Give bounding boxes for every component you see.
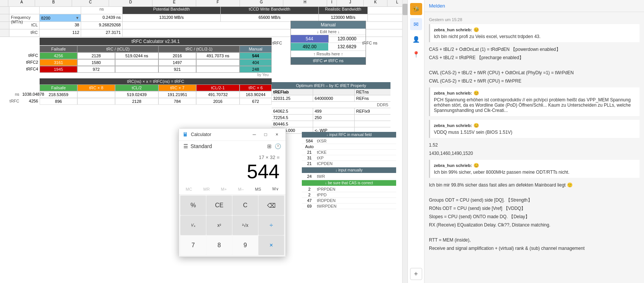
col-header-h: H xyxy=(283,0,327,6)
formula-trfc-col2: 896 xyxy=(40,98,77,105)
col-failsafe: Failsafe xyxy=(40,46,77,52)
tcpden-label: tCPDEN xyxy=(317,161,396,166)
tcpden-value: 21 xyxy=(302,161,317,166)
col-trc-tcl2-1: tRC / (tCL/2-1) xyxy=(158,46,240,52)
cell-f1: tCCD Write Bandwidth xyxy=(221,7,319,14)
chat-icon-location[interactable]: 📍 xyxy=(410,48,422,60)
sender-name-3: zebra_hun schrieb: xyxy=(434,123,472,128)
chat-line-m6: RTT = MEM (inside), xyxy=(429,237,639,243)
dropdown-icon[interactable]: ▼ xyxy=(75,16,79,20)
col-manual: Manual xyxy=(240,46,272,52)
spacer4 xyxy=(0,84,40,91)
trfc-col2: 2128 xyxy=(77,52,115,59)
calc-titlebar: 🖩 Calculator ─ □ × xyxy=(179,128,286,141)
txp-value: 31 xyxy=(302,156,317,160)
manual-val2-1[interactable]: 492.00 xyxy=(291,43,328,50)
scrollbar-thumb[interactable] xyxy=(403,4,407,15)
calc-mode-label: Standard xyxy=(191,143,212,149)
calc-close-btn[interactable]: × xyxy=(272,131,282,138)
trfc-col5-ns: 491.7073 ns xyxy=(196,52,240,59)
calc-multiply-btn[interactable]: × xyxy=(258,236,284,255)
txp-row: 31 tXP xyxy=(302,155,396,161)
calc-reciprocal-btn[interactable]: ¹⁄ₓ xyxy=(180,216,206,235)
calc-body: ☰ Standard ⊞ 🕐 17 × 32 = 544 MC MR M+ M–… xyxy=(179,141,286,257)
trefi-r1c1: 32031.25 xyxy=(272,95,313,101)
trfc2-failsafe: 3161 xyxy=(40,59,77,66)
formula-trfc-col4: 2128 xyxy=(115,98,158,105)
chat-messages[interactable]: Gestern um 15:28 zebra_hun schrieb: 😊 Ic… xyxy=(424,12,644,283)
twr-row: 24 tWR xyxy=(302,174,396,179)
calc-mminus-btn[interactable]: M– xyxy=(236,185,246,193)
chat-icon-plus[interactable]: + xyxy=(410,268,422,280)
auto-row: Auto xyxy=(302,144,396,150)
hamburger-icon[interactable]: ☰ xyxy=(183,143,188,149)
calc-percent-btn[interactable]: % xyxy=(180,196,206,215)
chat-line-v2: 1430,1460,1490,1520 xyxy=(429,150,639,157)
calc-c-btn[interactable]: C xyxy=(232,196,258,215)
formula-ns-tcl2-1: 491.70732 xyxy=(196,91,240,98)
chat-text-block-1: CAS + tBL/2 + OdtOnLat (1) = tRdPdEN 【po… xyxy=(429,46,639,84)
chat-top: Melden xyxy=(424,0,644,12)
cas-correct-btn[interactable]: ↓ be sure that CAS is correct xyxy=(302,180,396,186)
trfc-col4: 2016 xyxy=(158,52,196,59)
chat-line-m2: Groups ODT = CPU (send) side [DQ]. 【Stre… xyxy=(429,197,639,203)
calc-sqrt-btn[interactable]: ²√x xyxy=(232,216,258,235)
formula-ns-trc6: 163.90244 xyxy=(240,91,272,98)
manual-popup-results: ↑ Results here ↑ xyxy=(291,51,366,57)
spacer2 xyxy=(0,46,40,52)
row-num-4 xyxy=(0,29,9,37)
manual-val2-2: 132.6829 xyxy=(328,43,366,50)
chat-message-3: zebra_hun schrieb: 😊 VDDQ muss 1.515V se… xyxy=(429,120,639,138)
formula-col-tcl2-1: tCL/2-1 xyxy=(196,84,240,91)
calc-square-btn[interactable]: x² xyxy=(206,216,232,235)
trefi-r2c2: 499 xyxy=(313,108,355,114)
chat-icon-mail[interactable]: ✉ xyxy=(410,18,422,30)
by-yeu-label: by Yeu xyxy=(40,73,272,77)
col-header-row-num xyxy=(0,0,8,6)
calc-divide-btn[interactable]: ÷ xyxy=(258,216,284,235)
trefi-r4c3 xyxy=(355,121,390,127)
calc-grid-icon[interactable]: ⊞ xyxy=(267,143,272,149)
manual-popup-header: Manual xyxy=(291,21,366,29)
calc-ce-btn[interactable]: CE xyxy=(206,196,232,215)
calc-maximize-btn[interactable]: □ xyxy=(261,131,271,138)
col-trc-tcl2: tRC / (tCL/2) xyxy=(77,46,158,52)
trefi-r3c2: 250 xyxy=(313,115,355,121)
melden-link[interactable]: Melden xyxy=(429,3,445,9)
calc-8-btn[interactable]: 8 xyxy=(206,236,232,255)
calc-display: 17 × 32 = 544 xyxy=(179,151,286,184)
calc-mplus-btn[interactable]: M+ xyxy=(219,185,229,193)
formula-col-failsafe: Failsafe xyxy=(40,84,77,91)
chat-icon-orange[interactable]: 🐝 xyxy=(410,3,422,15)
scrollbar[interactable] xyxy=(402,0,407,283)
calc-7-btn[interactable]: 7 xyxy=(180,236,206,255)
calc-minimize-btn[interactable]: ─ xyxy=(249,131,259,138)
manual-val1-1[interactable]: 544 xyxy=(291,35,329,43)
row-trfc4-label: tRFC4 xyxy=(0,66,40,73)
spacer-left xyxy=(0,38,40,45)
right-panel: 🐝 ✉ 👤 📍 + Melden Gestern um 15:28 zebra_… xyxy=(407,0,644,283)
trefi-row3: 72254.5 250 xyxy=(272,115,390,121)
cell-b2[interactable]: 8200 ▼ xyxy=(40,14,81,21)
orange-icon: 🐝 xyxy=(413,6,419,12)
calc-backspace-btn[interactable]: ⌫ xyxy=(258,196,284,215)
cell-b4: 112 xyxy=(40,29,81,37)
calc-mr-btn[interactable]: MR xyxy=(201,185,212,193)
trefi-col3: RETns xyxy=(355,89,390,95)
trfc2-col3 xyxy=(115,59,158,66)
calc-app-icon: 🖩 xyxy=(183,132,188,138)
calc-title-left: 🖩 Calculator xyxy=(183,132,211,138)
calc-mc-btn[interactable]: MC xyxy=(183,185,194,193)
input-manually-btn[interactable]: ↓ input manually xyxy=(302,167,396,173)
input-rfc-btn[interactable]: ↓ input RFC in manual field xyxy=(302,132,396,138)
calc-ms-btn[interactable]: MS xyxy=(253,185,264,193)
trfc2-manual: 404 xyxy=(240,59,272,66)
manual-convert-btn[interactable]: tRFC ⇌ tRFC ns xyxy=(291,57,366,64)
trfc4-col2: 972 xyxy=(77,66,115,73)
calc-history-icon[interactable]: 🕐 xyxy=(275,143,281,149)
trefi-r3c1: 72254.5 xyxy=(272,115,313,121)
cell-a3-label: tCL xyxy=(9,22,40,29)
chat-icon-person[interactable]: 👤 xyxy=(410,33,422,45)
calc-mv-btn[interactable]: M∨ xyxy=(270,185,281,193)
calc-9-btn[interactable]: 9 xyxy=(232,236,258,255)
